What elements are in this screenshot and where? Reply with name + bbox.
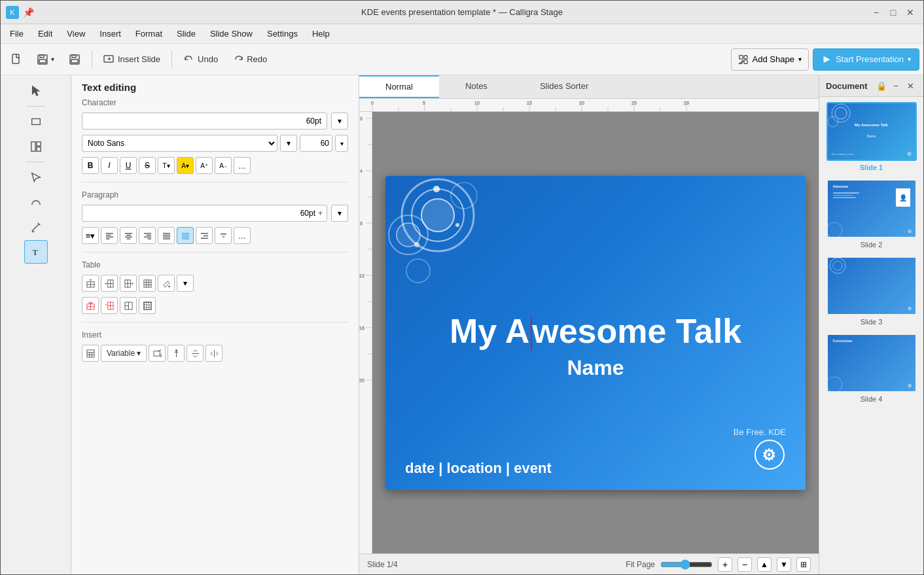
slides-panel-minimize-btn[interactable]: −: [889, 79, 902, 92]
undo-button[interactable]: Undo: [177, 48, 224, 71]
main-slide[interactable]: My Awesome Talk Name date | location | e…: [385, 176, 806, 490]
close-button[interactable]: ✕: [902, 5, 918, 20]
nav-next-button[interactable]: ▼: [777, 557, 791, 572]
superscript-button[interactable]: A⁺: [196, 157, 213, 174]
view-grid-button[interactable]: ⊞: [796, 557, 811, 572]
slide-thumb-img-1[interactable]: My Awesome Talk Name date | location | e…: [826, 102, 917, 161]
font-size-dropdown-btn[interactable]: ▾: [331, 113, 348, 130]
tab-notes[interactable]: Notes: [439, 75, 514, 98]
align-left-dropdown[interactable]: ≡▾: [82, 227, 99, 244]
thumb1-kde: ⚙: [907, 151, 912, 157]
slide-title[interactable]: My Awesome Talk: [450, 311, 741, 351]
new-document-button[interactable]: [5, 48, 28, 71]
slide-be-free-text: Be Free. KDE: [734, 427, 786, 437]
menu-file[interactable]: File: [3, 27, 30, 40]
menu-edit[interactable]: Edit: [31, 27, 59, 40]
insert-frame-btn[interactable]: [149, 345, 166, 362]
underline-button[interactable]: U: [120, 157, 137, 174]
font-size-input[interactable]: [300, 135, 332, 152]
slide-thumb-3[interactable]: ⚙ Slide 3: [823, 256, 919, 326]
save-button[interactable]: [63, 48, 86, 71]
menu-slideshow[interactable]: Slide Show: [204, 27, 259, 40]
minimize-button[interactable]: −: [868, 5, 884, 20]
slides-panel-close-btn[interactable]: ✕: [904, 79, 917, 92]
align-justify[interactable]: [158, 227, 175, 244]
menu-help[interactable]: Help: [306, 27, 336, 40]
table-split-cell[interactable]: [120, 297, 137, 314]
tab-slides-sorter[interactable]: Slides Sorter: [514, 75, 614, 98]
slide-name[interactable]: Name: [567, 356, 624, 380]
insert-anchor-btn[interactable]: [168, 345, 185, 362]
para-size-dropdown-btn[interactable]: ▾: [331, 205, 348, 222]
slide-thumb-4[interactable]: Conclusion ⚙ Slide 4: [823, 334, 919, 403]
italic-button[interactable]: I: [101, 157, 118, 174]
font-size-display[interactable]: 60pt: [82, 113, 327, 130]
zoom-slider[interactable]: [660, 559, 713, 570]
nav-prev-button[interactable]: ▲: [757, 557, 772, 572]
slide-thumb-2[interactable]: Aboutme 👤 ⚙: [823, 179, 919, 249]
thumb2-lines: [833, 192, 859, 198]
insert-slide-button[interactable]: Insert Slide: [98, 48, 166, 71]
table-borders[interactable]: [139, 297, 156, 314]
table-paint-dropdown[interactable]: ▾: [177, 275, 194, 292]
slide-thumb-img-3[interactable]: ⚙: [826, 256, 917, 315]
svg-point-149: [832, 104, 850, 122]
table-add-row-above[interactable]: [82, 275, 99, 292]
table-paint-btn[interactable]: [158, 275, 175, 292]
maximize-button[interactable]: □: [885, 5, 901, 20]
para-more-button[interactable]: ...: [234, 227, 251, 244]
menu-format[interactable]: Format: [129, 27, 169, 40]
tool-curve[interactable]: [24, 190, 48, 214]
save-dropdown-button[interactable]: ▾: [31, 48, 60, 71]
align-distribute[interactable]: [177, 227, 194, 244]
insert-col-width-btn[interactable]: [205, 345, 222, 362]
table-delete-col[interactable]: [101, 297, 118, 314]
subscript-button[interactable]: A₋: [215, 157, 232, 174]
menu-slide[interactable]: Slide: [170, 27, 202, 40]
tool-layout[interactable]: [24, 135, 48, 158]
font-size-stepper[interactable]: ▾: [335, 135, 348, 152]
slide-thumb-img-2[interactable]: Aboutme 👤 ⚙: [826, 179, 917, 238]
slide-canvas[interactable]: My Awesome Talk Name date | location | e…: [372, 112, 819, 553]
tool-text[interactable]: T: [24, 240, 48, 264]
table-add-col-right[interactable]: [120, 275, 137, 292]
para-size-display[interactable]: 60pt +: [82, 205, 327, 222]
slide-thumb-1[interactable]: My Awesome Talk Name date | location | e…: [823, 102, 919, 171]
start-presentation-button[interactable]: Start Presentation ▾: [813, 48, 919, 71]
menu-insert[interactable]: Insert: [93, 27, 128, 40]
highlight-color-button[interactable]: A▾: [177, 157, 194, 174]
align-end[interactable]: [196, 227, 213, 244]
align-center[interactable]: [120, 227, 137, 244]
text-color-button[interactable]: T▾: [158, 157, 175, 174]
thumb4-kde: ⚙: [908, 383, 912, 389]
align-left[interactable]: [101, 227, 118, 244]
slide-date-text[interactable]: date | location | event: [405, 460, 552, 477]
redo-button[interactable]: Redo: [226, 48, 273, 71]
align-right[interactable]: [139, 227, 156, 244]
insert-table-btn[interactable]: [82, 345, 99, 362]
strikethrough-button[interactable]: S: [139, 157, 156, 174]
font-family-select[interactable]: Noto Sans: [82, 135, 277, 152]
align-more[interactable]: [215, 227, 232, 244]
tool-rectangle[interactable]: [24, 110, 48, 133]
slides-panel-lock-btn[interactable]: 🔒: [875, 79, 888, 92]
table-add-col-left[interactable]: [101, 275, 118, 292]
tool-select[interactable]: [24, 166, 48, 189]
tool-pointer[interactable]: [24, 79, 48, 103]
format-more-button[interactable]: ...: [234, 157, 251, 174]
tab-normal[interactable]: Normal: [359, 75, 439, 98]
slide-thumb-img-4[interactable]: Conclusion ⚙: [826, 334, 917, 392]
slide-text-content: My Awesome Talk Name: [450, 311, 741, 380]
add-shape-button[interactable]: Add Shape ▾: [731, 48, 809, 71]
zoom-in-button[interactable]: +: [718, 557, 732, 572]
font-family-dropdown-btn[interactable]: ▾: [280, 135, 297, 152]
zoom-out-button[interactable]: −: [737, 557, 752, 572]
bold-button[interactable]: B: [82, 157, 99, 174]
table-delete-row[interactable]: [82, 297, 99, 314]
table-merge-cells[interactable]: [139, 275, 156, 292]
insert-row-height-btn[interactable]: [187, 345, 204, 362]
variable-button[interactable]: Variable ▾: [101, 345, 147, 362]
menu-settings[interactable]: Settings: [260, 27, 304, 40]
tool-paint[interactable]: [24, 215, 48, 239]
menu-view[interactable]: View: [60, 27, 92, 40]
